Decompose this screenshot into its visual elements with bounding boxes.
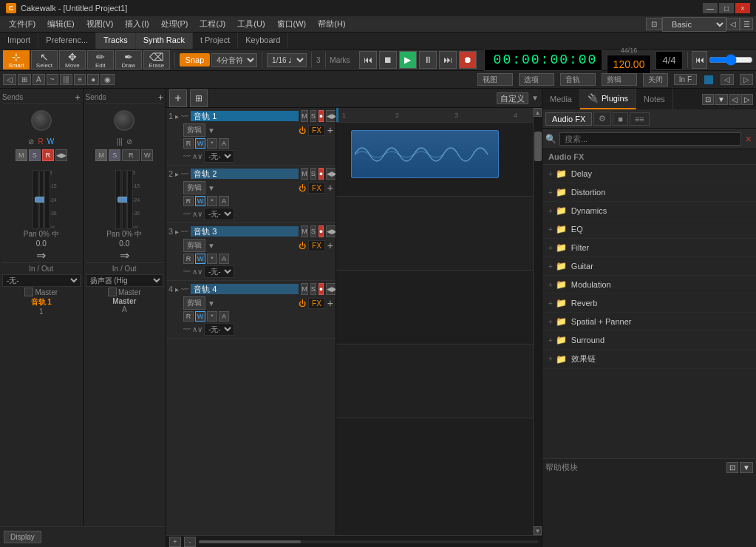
minimize-button[interactable]: — — [703, 3, 718, 13]
track-3-m-btn[interactable]: M — [301, 225, 308, 237]
snap-button[interactable]: Snap — [180, 53, 211, 67]
in-f-btn[interactable]: In F — [674, 74, 697, 85]
plugin-search-input[interactable] — [559, 132, 741, 146]
track-1-name-input[interactable] — [191, 111, 299, 121]
panel-expand-btn[interactable]: ◁ — [729, 94, 740, 105]
track-4-expand-arrow[interactable]: ▸ — [175, 285, 179, 293]
tool-select[interactable]: ↖ Select — [31, 50, 58, 69]
track-3-r-btn[interactable]: R — [183, 254, 194, 264]
audiofx-tab[interactable]: Audio FX — [545, 112, 592, 126]
wave-toggle-btn[interactable]: A — [33, 74, 45, 85]
menu-insert[interactable]: 插入(I) — [119, 17, 154, 31]
track-2-none-select[interactable]: -无- — [204, 208, 234, 220]
channel-1-m-btn[interactable]: M — [16, 149, 27, 161]
track-2-expand-arrow[interactable]: ▸ — [175, 170, 179, 178]
channel-1-fader[interactable]: 3 -15 -24 -36 -∞ — [39, 170, 44, 229]
track-4-spk-btn[interactable]: ◀▶ — [326, 283, 336, 295]
plugin-item-distortion[interactable]: + 📁 Distortion — [542, 183, 756, 202]
help-menu-btn[interactable]: ▼ — [740, 462, 753, 473]
track-4-power-icon[interactable]: ⏻ — [299, 299, 306, 308]
close-btn[interactable]: 关闭 — [643, 73, 668, 86]
track-4-edit-btn[interactable]: 剪辑 — [183, 296, 205, 310]
snap-value-select[interactable]: 4分音符 — [211, 53, 257, 67]
menu-file[interactable]: 文件(F) — [3, 17, 41, 31]
meter-toggle-btn[interactable]: ~ — [47, 74, 58, 85]
track-1-rec-btn[interactable]: ● — [319, 110, 324, 122]
transport-fast-forward[interactable]: ⏭ — [439, 51, 457, 69]
channel-1-input-select[interactable]: -无- — [2, 274, 81, 287]
track-3-power-icon[interactable]: ⏻ — [299, 242, 306, 250]
channel-1-mute-icon[interactable]: ⊘ — [27, 137, 35, 146]
track-3-none-select[interactable]: -无- — [204, 265, 234, 278]
menu-edit[interactable]: 编辑(E) — [41, 17, 81, 31]
bpm-display[interactable]: 120.00 — [607, 55, 652, 74]
panel-toggle-button2[interactable]: ☰ — [740, 18, 753, 30]
track-1-none-select[interactable]: -无- — [204, 150, 234, 163]
transport-pause[interactable]: ⏸ — [419, 51, 437, 69]
track-4-rec-btn[interactable]: ● — [319, 283, 324, 295]
timeline-clip-1[interactable] — [351, 130, 499, 178]
track-2-add-btn[interactable]: + — [327, 182, 333, 194]
track-3-add-btn[interactable]: + — [327, 239, 333, 251]
menu-help[interactable]: 帮助(H) — [312, 17, 351, 31]
scroll-thumb[interactable] — [534, 132, 542, 161]
track-2-edit-btn[interactable]: 剪辑 — [183, 181, 205, 194]
track-3-s-btn[interactable]: S — [310, 225, 316, 237]
track-4-s-btn[interactable]: S — [310, 283, 316, 295]
preset-select[interactable]: 自定义 — [497, 92, 528, 104]
menu-tools[interactable]: 工具(U) — [231, 17, 270, 31]
panel-menu-btn[interactable]: ▼ — [715, 94, 728, 105]
track-2-fx-btn[interactable]: FX — [308, 183, 325, 194]
panel-toggle-button[interactable]: ◁ — [726, 18, 740, 30]
track-1-add-btn[interactable]: + — [327, 124, 333, 136]
plugin-item-eq[interactable]: + 📁 EQ — [542, 220, 756, 239]
scroll-right-btn[interactable]: ▷ — [740, 74, 753, 85]
channel-2-m-btn[interactable]: M — [95, 149, 107, 161]
channel-2-sends-add[interactable]: + — [158, 92, 163, 103]
channel-2-w-btn[interactable]: W — [141, 149, 153, 161]
track-1-fx-btn[interactable]: FX — [308, 125, 325, 136]
track-4-w-btn[interactable]: W — [195, 311, 205, 322]
scroll-up-btn[interactable]: ▲ — [534, 108, 542, 117]
synth-tab[interactable]: ■ — [613, 112, 628, 126]
undo-btn[interactable]: ◁ — [3, 74, 16, 85]
plugin-item-reverb[interactable]: + 📁 Reverb — [542, 294, 756, 313]
menu-window[interactable]: 窗口(W) — [271, 17, 313, 31]
menu-process[interactable]: 处理(P) — [155, 17, 194, 31]
track-4-name-input[interactable] — [191, 284, 299, 294]
restore-button[interactable]: ⊡ — [646, 18, 662, 30]
tool-move[interactable]: ✥ Move — [59, 50, 86, 69]
track-2-a-btn[interactable]: A — [219, 196, 229, 206]
track-1-x-btn[interactable]: * — [207, 138, 217, 149]
tab-preferences[interactable]: Preferenc... — [38, 33, 96, 49]
tab-keyboard[interactable]: Keyboard — [238, 33, 288, 49]
track-3-fx-btn[interactable]: FX — [308, 240, 325, 251]
track-1-m-btn[interactable]: M — [301, 110, 308, 122]
track-4-fx-btn[interactable]: FX — [308, 298, 325, 309]
track-2-m-btn[interactable]: M — [301, 168, 308, 180]
tab-tracks[interactable]: Tracks — [96, 33, 136, 49]
tool-erase[interactable]: ⌫ Erase — [143, 50, 170, 69]
track-2-w-btn[interactable]: W — [195, 196, 205, 206]
view-mode-select[interactable]: Basic Advanced — [662, 17, 726, 32]
add-track-button[interactable]: + — [169, 89, 187, 107]
channel-1-record-icon[interactable]: R — [36, 137, 44, 146]
transport-stop[interactable]: ⏹ — [379, 51, 397, 69]
scroll-left-btn[interactable]: ◁ — [721, 74, 734, 85]
track-1-a-btn[interactable]: A — [219, 138, 229, 149]
search-clear-btn[interactable]: × — [744, 133, 753, 145]
track-4-m-btn[interactable]: M — [301, 283, 308, 295]
tab-project[interactable]: t Project — [193, 33, 238, 49]
panel-copy-btn[interactable]: ⊡ — [702, 94, 714, 105]
channel-2-r-btn[interactable]: R — [122, 149, 140, 161]
track-2-r-btn[interactable]: R — [183, 196, 194, 206]
list-tab[interactable]: ≡≡ — [630, 112, 650, 126]
menu-project[interactable]: 工程(J) — [194, 17, 231, 31]
track-1-w-btn[interactable]: W — [195, 138, 205, 149]
grid-toggle-btn[interactable]: ⊞ — [18, 74, 31, 85]
track-3-spk-btn[interactable]: ◀▶ — [326, 225, 336, 237]
tab-import[interactable]: Import — [0, 33, 38, 49]
list-toggle-btn[interactable]: ≡ — [74, 74, 86, 85]
track-3-rec-btn[interactable]: ● — [319, 225, 324, 237]
track-4-none-select[interactable]: -无- — [204, 323, 234, 336]
